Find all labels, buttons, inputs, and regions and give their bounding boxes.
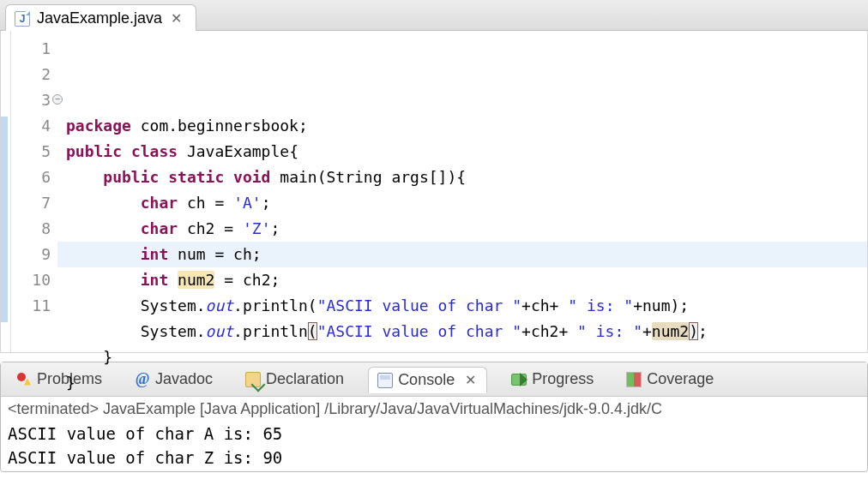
code-line[interactable]: char ch = 'A'; [63, 190, 867, 216]
code-line[interactable]: char ch2 = 'Z'; [63, 216, 867, 242]
editor-tab-filename: JavaExample.java [37, 9, 162, 27]
line-number: 4 [11, 113, 51, 139]
editor-tab-active[interactable]: J JavaExample.java ✕ [5, 4, 196, 31]
code-line[interactable]: System.out.println("ASCII value of char … [63, 319, 867, 344]
tab-label: Console [398, 371, 455, 389]
close-icon[interactable]: ✕ [463, 372, 478, 388]
code-line[interactable]: System.out.println("ASCII value of char … [63, 293, 867, 319]
code-line[interactable]: package com.beginnersbook; [63, 113, 867, 139]
line-number: 1 [11, 36, 51, 62]
code-line[interactable]: public class JavaExample{ [63, 139, 867, 165]
line-number: 11 [11, 293, 51, 319]
coverage-icon [626, 372, 642, 387]
code-line[interactable]: public static void main(String args[]){ [63, 165, 867, 190]
launch-terminated-line: <terminated> JavaExample [Java Applicati… [1, 397, 867, 420]
line-number: 6 [11, 165, 51, 190]
line-number-gutter: 123−4567891011 [11, 31, 57, 352]
line-number: 10 [11, 267, 51, 293]
problems-icon [16, 372, 32, 387]
code-line[interactable]: int num2 = ch2; [63, 267, 867, 293]
line-number: 3− [11, 87, 51, 113]
line-number: 9 [11, 242, 51, 267]
code-line[interactable]: int num = ch; [63, 242, 867, 267]
console-icon [377, 373, 393, 388]
declaration-icon [245, 372, 261, 387]
tab-console[interactable]: Console ✕ [368, 367, 487, 393]
close-icon[interactable]: ✕ [169, 10, 184, 27]
code-editor[interactable]: 123−4567891011 package com.beginnersbook… [0, 31, 868, 353]
line-number: 7 [11, 190, 51, 216]
progress-icon [511, 374, 527, 386]
code-content[interactable]: package com.beginnersbook;public class J… [57, 31, 867, 352]
console-output[interactable]: ASCII value of char A is: 65 ASCII value… [1, 420, 867, 471]
line-number: 2 [11, 62, 51, 87]
marker-ruler [1, 31, 11, 352]
java-file-icon: J [15, 11, 30, 27]
editor-tabbar: J JavaExample.java ✕ [0, 0, 868, 31]
line-number: 8 [11, 216, 51, 242]
line-number: 5 [11, 139, 51, 165]
change-marker [1, 117, 8, 322]
